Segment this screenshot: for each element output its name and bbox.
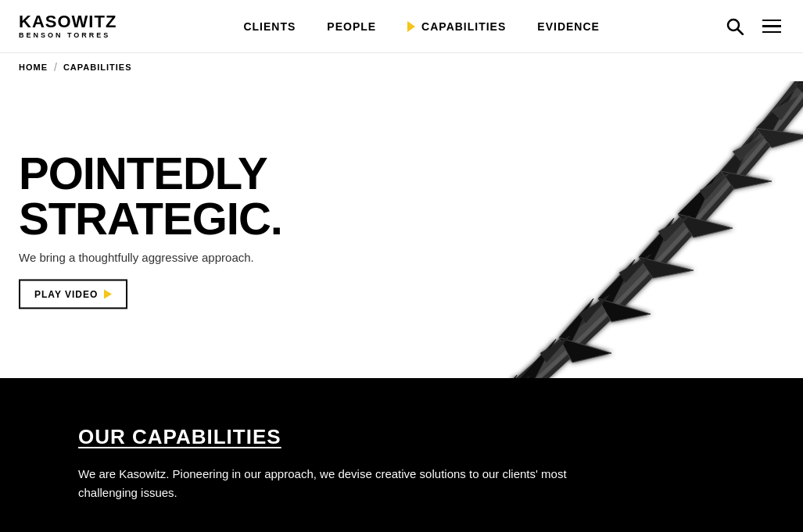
- header: KASOWITZ BENSON TORRES CLIENTS PEOPLE CA…: [0, 0, 803, 53]
- menu-line-3: [762, 31, 781, 34]
- play-triangle-icon: [104, 290, 112, 299]
- search-button[interactable]: [726, 18, 744, 35]
- logo[interactable]: KASOWITZ BENSON TORRES: [19, 13, 117, 39]
- nav-active-arrow: [407, 21, 415, 32]
- nav-item-clients[interactable]: CLIENTS: [243, 20, 296, 33]
- nav-item-capabilities[interactable]: CAPABILITIES: [407, 20, 506, 33]
- svg-line-1: [737, 29, 743, 34]
- logo-sub: BENSON TORRES: [19, 32, 117, 39]
- breadcrumb: HOME / CAPABILITIES: [0, 53, 803, 81]
- header-icons: [726, 16, 784, 37]
- menu-button[interactable]: [759, 16, 784, 37]
- nav-item-evidence[interactable]: EVIDENCE: [537, 20, 600, 33]
- capabilities-heading: OUR CAPABILITIES: [78, 425, 725, 449]
- hero-subtitle: We bring a thoughtfully aggressive appro…: [19, 251, 282, 264]
- menu-line-2: [762, 25, 781, 27]
- hero-content: POINTEDLY STRATEGIC. We bring a thoughtf…: [19, 151, 282, 309]
- nav-item-people[interactable]: PEOPLE: [327, 20, 376, 33]
- breadcrumb-home[interactable]: HOME: [19, 62, 48, 72]
- breadcrumb-separator: /: [54, 61, 57, 73]
- capabilities-section: OUR CAPABILITIES We are Kasowitz. Pionee…: [0, 378, 803, 532]
- capabilities-body: We are Kasowitz. Pioneering in our appro…: [78, 465, 586, 502]
- hero-image: [373, 81, 803, 378]
- hero-title: POINTEDLY STRATEGIC.: [19, 151, 282, 241]
- play-video-button[interactable]: PLAY VIDEO: [19, 280, 127, 309]
- breadcrumb-current: CAPABILITIES: [63, 62, 132, 72]
- hero-section: POINTEDLY STRATEGIC. We bring a thoughtf…: [0, 81, 803, 378]
- menu-line-1: [762, 20, 781, 22]
- search-icon: [726, 18, 744, 35]
- main-nav: CLIENTS PEOPLE CAPABILITIES EVIDENCE: [243, 20, 599, 33]
- logo-main: KASOWITZ: [19, 13, 117, 30]
